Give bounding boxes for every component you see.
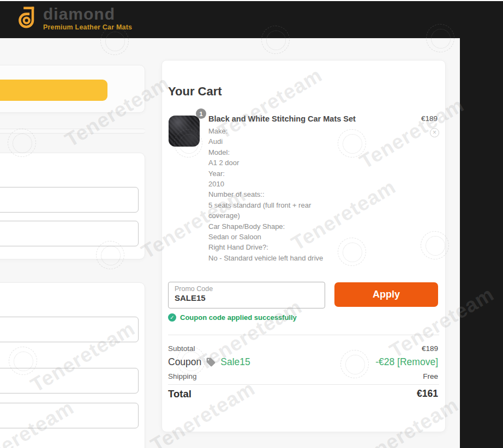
detail-rhd-value: No - Standard vehicle left hand drive: [208, 253, 337, 263]
brand-logo-icon: [16, 5, 38, 32]
sidebar-input-5[interactable]: [0, 403, 139, 428]
detail-seats-value: 5 seats standard (full front + rear cove…: [208, 200, 337, 221]
shipping-value: Free: [423, 372, 438, 380]
checkout-page: diamond Premium Leather Car Mats Your Ca…: [0, 0, 503, 448]
coupon-code: Sale15: [220, 356, 250, 368]
detail-year-value: 2010: [208, 179, 337, 189]
brand-logo[interactable]: diamond Premium Leather Car Mats: [16, 5, 132, 32]
sidebar-primary-button[interactable]: [0, 80, 107, 101]
promo-code-input[interactable]: [175, 293, 306, 302]
shipping-row: Shipping Free: [168, 372, 438, 380]
subtotal-value: €189: [422, 344, 438, 353]
subtotal-label: Subtotal: [168, 344, 195, 353]
total-label: Total: [168, 388, 191, 400]
detail-shape-value: Sedan or Saloon: [208, 232, 337, 242]
detail-model-label: Model:: [208, 147, 337, 158]
subtotal-row: Subtotal €189: [168, 344, 438, 353]
remove-item-icon[interactable]: ×: [430, 128, 439, 137]
sidebar-input-3[interactable]: [0, 317, 139, 342]
sidebar-input-2[interactable]: [0, 221, 139, 246]
shipping-label: Shipping: [168, 372, 197, 380]
detail-rhd-label: Right Hand Drive?:: [208, 242, 337, 252]
sidebar-input-4[interactable]: [0, 368, 139, 393]
success-text: Coupon code applied successfully: [180, 313, 297, 322]
apply-button[interactable]: Apply: [334, 282, 438, 307]
check-icon: ✓: [168, 313, 176, 322]
detail-make-value: Audi: [208, 136, 337, 147]
quantity-badge: 1: [196, 108, 206, 119]
tag-icon: [206, 357, 216, 367]
detail-shape-label: Car Shape/Body Shape:: [208, 221, 337, 232]
summary-divider-bottom: [168, 384, 439, 385]
coupon-row: Coupon Sale15 -€28 [Remove]: [168, 356, 438, 368]
sidebar-input-1[interactable]: [0, 187, 139, 213]
promo-code-box: Promo Code: [168, 282, 325, 308]
top-edge-line: [0, 0, 503, 1]
cart-panel: Your Cart 1 Black and White Stitching Ca…: [161, 60, 446, 432]
coupon-success-message: ✓ Coupon code applied successfully: [168, 313, 297, 322]
summary-divider-top: [168, 335, 439, 335]
detail-make-label: Make:: [208, 126, 337, 136]
coupon-discount-remove[interactable]: -€28 [Remove]: [375, 356, 438, 368]
product-thumbnail: [169, 116, 200, 147]
total-row: Total €161: [168, 388, 438, 400]
promo-code-label: Promo Code: [175, 285, 325, 293]
total-value: €161: [417, 388, 438, 399]
product-name: Black and White Stitching Car Mats Set: [208, 113, 372, 124]
product-details: Make: Audi Model: A1 2 door Year: 2010 N…: [208, 126, 372, 263]
right-dark-panel: [460, 0, 503, 448]
item-price: €189: [421, 114, 438, 123]
sidebar-collapsed-row: [0, 129, 145, 134]
cart-title: Your Cart: [168, 84, 222, 99]
detail-seats-label: Number of seats::: [208, 189, 337, 199]
coupon-label: Coupon: [168, 356, 201, 368]
brand-name: diamond: [43, 6, 132, 22]
brand-tagline: Premium Leather Car Mats: [43, 23, 132, 31]
detail-year-label: Year:: [208, 168, 337, 179]
detail-model-value: A1 2 door: [208, 158, 337, 168]
